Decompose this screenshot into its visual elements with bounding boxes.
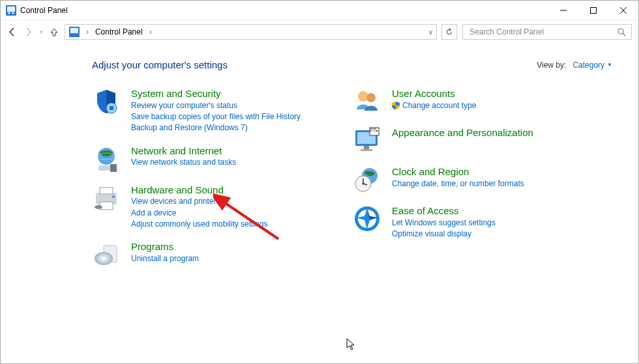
minimize-button[interactable] [548, 1, 578, 20]
category-programs: Programs Uninstall a program [92, 240, 314, 269]
svg-point-22 [95, 205, 102, 209]
category-title[interactable]: Network and Internet [131, 145, 222, 156]
category-columns: System and Security Review your computer… [92, 87, 612, 279]
svg-point-26 [102, 257, 106, 260]
category-ease-of-access: Ease of Access Let Windows suggest setti… [353, 204, 574, 240]
category-link[interactable]: View network status and tasks [131, 157, 236, 168]
category-link[interactable]: Change account type [392, 100, 476, 111]
clock-globe-icon [353, 165, 381, 194]
svg-rect-13 [110, 106, 113, 110]
svg-rect-1 [7, 7, 15, 12]
back-button[interactable] [7, 27, 18, 37]
breadcrumb-sep: › [86, 27, 89, 36]
svg-rect-41 [376, 130, 378, 132]
breadcrumb-item[interactable]: Control Panel [95, 27, 143, 36]
navbar: ▼ › Control Panel › v [1, 20, 638, 44]
address-icon [69, 27, 80, 37]
nav-arrows: ▼ [7, 27, 59, 37]
viewby-label: View by: [537, 61, 566, 70]
category-title[interactable]: Hardware and Sound [131, 184, 224, 195]
svg-point-28 [366, 93, 376, 102]
address-dropdown-icon[interactable]: v [429, 29, 432, 36]
window-title: Control Panel [20, 6, 68, 15]
ease-of-access-icon [353, 204, 381, 233]
content: Adjust your computer's settings View by:… [1, 44, 638, 279]
svg-rect-5 [591, 7, 597, 13]
refresh-button[interactable] [441, 24, 457, 40]
svg-point-3 [12, 12, 14, 14]
forward-button[interactable] [23, 27, 33, 37]
category-clock-region: Clock and Region Change date, time, or n… [353, 165, 574, 194]
shield-icon [92, 87, 121, 116]
globe-icon [92, 145, 121, 173]
category-link[interactable]: View devices and printers [131, 196, 267, 207]
category-link-text: Change account type [402, 101, 476, 110]
recent-dropdown[interactable]: ▼ [38, 29, 44, 35]
right-column: User Accounts Change account type [353, 87, 574, 279]
category-title[interactable]: System and Security [131, 88, 221, 99]
category-link[interactable]: Change date, time, or number formats [392, 178, 524, 189]
svg-rect-35 [372, 128, 374, 130]
svg-rect-37 [376, 128, 378, 130]
left-column: System and Security Review your computer… [92, 87, 314, 279]
category-title[interactable]: Appearance and Personalization [392, 127, 533, 138]
svg-line-11 [623, 33, 625, 36]
titlebar: Control Panel [1, 1, 638, 20]
svg-point-10 [618, 29, 623, 34]
svg-point-46 [363, 183, 364, 185]
category-title[interactable]: Clock and Region [392, 166, 469, 177]
svg-rect-40 [374, 130, 376, 132]
category-link[interactable]: Add a device [131, 208, 267, 219]
category-user-accounts: User Accounts Change account type [353, 87, 574, 116]
maximize-button[interactable] [578, 1, 608, 20]
viewby-value: Category [572, 61, 604, 70]
searchbar[interactable] [462, 24, 632, 40]
users-icon [353, 87, 381, 116]
svg-rect-31 [364, 146, 369, 149]
svg-rect-36 [374, 128, 376, 130]
svg-rect-17 [110, 164, 117, 172]
category-link[interactable]: Optimize visual display [392, 229, 496, 240]
window-controls [548, 1, 638, 20]
chevron-down-icon: ▼ [607, 62, 612, 68]
category-link[interactable]: Backup and Restore (Windows 7) [131, 122, 301, 133]
disc-icon [92, 240, 121, 269]
svg-rect-39 [372, 130, 374, 132]
svg-rect-32 [361, 149, 372, 151]
breadcrumb-sep-end[interactable]: › [149, 27, 152, 36]
search-input[interactable] [468, 27, 615, 37]
page-heading: Adjust your computer's settings [92, 59, 228, 70]
header-row: Adjust your computer's settings View by:… [92, 59, 612, 70]
monitor-icon [353, 126, 381, 155]
viewby-dropdown[interactable]: Category ▼ [572, 61, 612, 70]
control-panel-icon [6, 5, 16, 16]
mouse-cursor [346, 338, 357, 351]
uac-shield-icon [392, 102, 400, 109]
category-link[interactable]: Uninstall a program [131, 253, 199, 264]
category-appearance: Appearance and Personalization [353, 126, 574, 155]
category-system-security: System and Security Review your computer… [92, 87, 314, 134]
search-icon[interactable] [617, 28, 626, 36]
svg-rect-19 [100, 188, 113, 194]
category-hardware: Hardware and Sound View devices and prin… [92, 184, 314, 231]
addressbar[interactable]: › Control Panel › v [65, 24, 437, 40]
svg-point-2 [8, 12, 10, 14]
viewby: View by: Category ▼ [537, 61, 612, 70]
svg-rect-38 [370, 130, 372, 132]
category-title[interactable]: Programs [131, 241, 173, 252]
close-button[interactable] [608, 1, 638, 20]
up-button[interactable] [49, 27, 59, 37]
category-title[interactable]: Ease of Access [392, 205, 459, 216]
svg-rect-9 [70, 28, 78, 33]
category-network: Network and Internet View network status… [92, 145, 314, 173]
svg-rect-20 [100, 202, 113, 210]
category-title[interactable]: User Accounts [392, 88, 455, 99]
category-link[interactable]: Review your computer's status [131, 100, 301, 111]
svg-point-21 [112, 195, 115, 198]
category-link[interactable]: Save backup copies of your files with Fi… [131, 111, 301, 122]
svg-rect-34 [370, 128, 372, 130]
printer-icon [92, 184, 121, 212]
category-link[interactable]: Adjust commonly used mobility settings [131, 219, 267, 230]
category-link[interactable]: Let Windows suggest settings [392, 217, 496, 229]
